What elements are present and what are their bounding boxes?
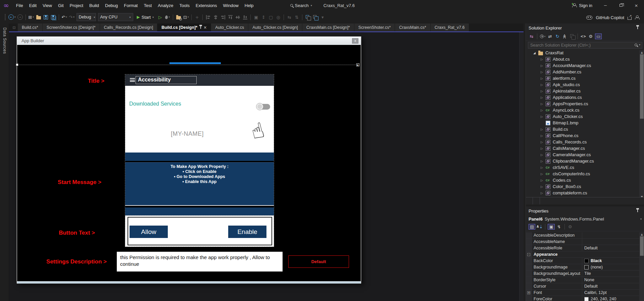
property-row[interactable]: AccessibleRole Default xyxy=(526,245,644,251)
properties-tool-icon[interactable]: ⚙▾ xyxy=(587,32,594,41)
designer-mini-icon[interactable]: ⊡ xyxy=(10,23,18,32)
property-pages-icon[interactable]: ⚙▾ xyxy=(566,223,574,231)
Build.cs[interactable]: ▷ Build.cs xyxy=(526,126,644,132)
start-message-panel[interactable]: To Make App Work Properly :• Click on En… xyxy=(125,162,274,205)
Apkinstaller.cs[interactable]: ▷ Apkinstaller.cs xyxy=(526,88,644,94)
minimize-button[interactable]: ─ xyxy=(598,0,613,11)
nav-back-icon[interactable]: ←▾ xyxy=(8,13,16,21)
expander-icon[interactable]: ▷ xyxy=(541,140,545,144)
categorized-icon[interactable]: ▤▾ xyxy=(528,223,536,231)
events-icon[interactable]: ↯▾ xyxy=(555,223,563,231)
file-tab[interactable]: Craxs_Rat_v7.6 × xyxy=(431,23,469,32)
Codes.cs[interactable]: ▷ Codes.cs xyxy=(526,177,644,183)
file-tab[interactable]: Auto_Clicker.cs × xyxy=(211,23,248,32)
property-row[interactable]: + Font Calibri, 12pt xyxy=(526,290,644,296)
expander-icon[interactable]: ▷ xyxy=(541,96,545,99)
alphabetical-icon[interactable]: ⇣▾ xyxy=(536,223,543,231)
file-tab[interactable]: Calls_Records.cs [Design] × xyxy=(100,23,157,32)
align-tops-icon[interactable]: ▾ xyxy=(227,13,234,21)
Bitmap1.bmp[interactable]: Bitmap1.bmp xyxy=(526,120,644,126)
toolbar-overflow-icon[interactable]: ▾▾ xyxy=(319,13,326,21)
space-down-icon[interactable]: ⇅▾ xyxy=(293,13,300,21)
expander-icon[interactable]: ▷ xyxy=(541,128,545,131)
Auto_Clicker.cs[interactable]: ▷ Auto_Clicker.cs xyxy=(526,113,644,120)
property-row[interactable]: BackgroundImageLayout Tile xyxy=(526,270,644,277)
redo-icon[interactable]: ↷▾ xyxy=(68,13,76,21)
view-code-icon[interactable]: <>▾ xyxy=(580,32,587,41)
expander-icon[interactable]: ▷ xyxy=(541,102,545,106)
allow-button[interactable]: Allow xyxy=(130,226,168,238)
properties-scrollbar[interactable]: ▲ xyxy=(639,232,644,301)
platform-dropdown[interactable]: Any CPU ▾ xyxy=(98,13,133,21)
property-row[interactable]: - Appearance xyxy=(526,251,644,258)
github-copilot-label[interactable]: GitHub Copilot xyxy=(596,15,624,20)
panel-bottom-tab[interactable] xyxy=(533,197,540,204)
downloaded-services-toggle[interactable] xyxy=(257,104,270,110)
file-tab[interactable]: Build.cs* × xyxy=(18,23,42,32)
menu-item[interactable]: Project xyxy=(67,2,86,9)
pin-icon[interactable] xyxy=(200,26,201,29)
designer-view-icon[interactable]: ⊡▾ xyxy=(182,13,190,21)
save-all-icon[interactable]: ▾ xyxy=(50,13,57,21)
sign-in-button[interactable]: + Sign in xyxy=(567,3,598,8)
AppsProperties.cs[interactable]: ▷ AppsProperties.cs xyxy=(526,101,644,107)
expander-icon[interactable]: - xyxy=(527,253,530,256)
settings-description-textbox[interactable]: this Permission is required to make the … xyxy=(117,252,283,272)
expander-icon[interactable]: ◢ xyxy=(533,51,538,55)
expander-icon[interactable]: + xyxy=(527,291,530,294)
expander-icon[interactable]: ▷ xyxy=(541,147,545,150)
expander-icon[interactable]: ▷ xyxy=(541,58,545,61)
menu-item[interactable]: Window xyxy=(220,2,242,9)
toolbar-grip[interactable] xyxy=(5,14,6,20)
ClipboardManager.cs[interactable]: ▷ ClipboardManager.cs xyxy=(526,158,644,164)
menu-item[interactable]: Test xyxy=(141,2,155,9)
close-icon[interactable]: × xyxy=(203,25,207,30)
expander-icon[interactable]: ▷ xyxy=(541,172,545,176)
save-icon[interactable]: ▾ xyxy=(42,13,50,21)
file-tab[interactable]: Auto_Clicker.cs [Design] × xyxy=(248,23,302,32)
preview-selected-icon[interactable]: ▭▾ xyxy=(594,32,602,41)
Applications.cs[interactable]: ▷ Applications.cs xyxy=(526,94,644,101)
expander-icon[interactable]: ▷ xyxy=(541,64,545,67)
expander-icon[interactable]: ▷ xyxy=(541,191,545,195)
refresh-icon[interactable]: ↻▾ xyxy=(554,32,561,41)
expander-icon[interactable]: ▷ xyxy=(541,83,545,86)
editor-scrollbar[interactable] xyxy=(519,32,524,301)
properties-header[interactable]: Properties xyxy=(526,206,644,215)
expander-icon[interactable]: ▷ xyxy=(541,179,545,182)
github-copilot-icon[interactable] xyxy=(586,16,592,19)
AsyncLock.cs[interactable]: ▷ AsyncLock.cs xyxy=(526,107,644,113)
send-to-back-icon[interactable]: ▾ xyxy=(311,13,319,21)
Color_Box0.cs[interactable]: ▷ Color_Box0.cs xyxy=(526,183,644,190)
align-middles-icon[interactable]: ▾ xyxy=(234,13,241,21)
app-builder-close-button[interactable]: x xyxy=(352,38,358,44)
start-without-debug-button[interactable]: ▷ xyxy=(156,13,164,21)
browse-with-icon[interactable]: ▾ xyxy=(175,13,182,21)
CameraManager.cs[interactable]: ▷ CameraManager.cs xyxy=(526,152,644,158)
align-bottoms-icon[interactable]: ▾ xyxy=(241,13,249,21)
make-same-size-icon[interactable]: ▣▾ xyxy=(252,13,260,21)
close-button[interactable]: × xyxy=(629,0,644,11)
nav-forward-icon[interactable]: →▾ xyxy=(16,13,24,21)
zoom-icon[interactable]: ◎▾ xyxy=(275,13,282,21)
Calls_Records.cs[interactable]: ▷ Calls_Records.cs xyxy=(526,139,644,145)
menu-item[interactable]: Tools xyxy=(177,2,193,9)
menu-item[interactable]: Debug xyxy=(102,2,121,9)
menu-item[interactable]: Analyze xyxy=(155,2,176,9)
sync-with-active-document-icon[interactable]: ⇆▾ xyxy=(528,32,535,41)
pin-controls-icon[interactable]: +▾ xyxy=(193,13,201,21)
alertform.cs[interactable]: ▷ alertform.cs xyxy=(526,75,644,81)
scroll-up-icon[interactable]: ▲ xyxy=(639,233,644,236)
copy-scope-icon[interactable]: ▾ xyxy=(568,32,576,41)
property-row[interactable]: BorderStyle None xyxy=(526,277,644,283)
undo-icon[interactable]: ↶▾ xyxy=(61,13,68,21)
menu-item[interactable]: View xyxy=(40,2,55,9)
expander-icon[interactable]: ▷ xyxy=(541,70,545,74)
expander-icon[interactable]: ▷ xyxy=(541,160,545,163)
file-tab[interactable]: CraxsMain.cs* × xyxy=(395,23,430,32)
open-file-icon[interactable]: ▾ xyxy=(35,13,42,21)
menu-item[interactable]: Help xyxy=(242,2,257,9)
menu-item[interactable]: File xyxy=(13,2,26,9)
button-zone[interactable]: Allow Enable xyxy=(125,216,274,247)
Apk_studio.cs[interactable]: ▷ Apk_studio.cs xyxy=(526,81,644,88)
